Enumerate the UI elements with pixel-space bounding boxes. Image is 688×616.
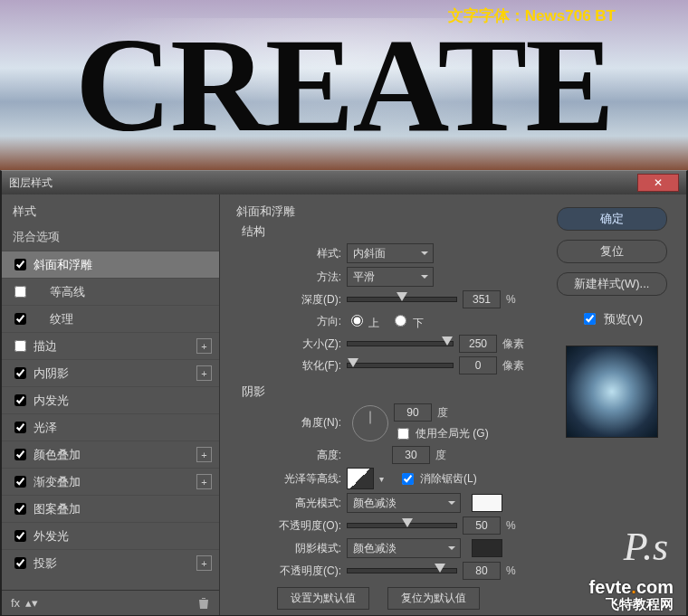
- direction-down-radio[interactable]: 下: [390, 312, 423, 331]
- style-row[interactable]: 图案叠加: [2, 495, 219, 522]
- reset-default-button[interactable]: 复位为默认值: [387, 587, 480, 610]
- size-slider[interactable]: [347, 341, 454, 346]
- anti-alias-checkbox[interactable]: 消除锯齿(L): [398, 470, 477, 488]
- style-checkbox[interactable]: [14, 530, 26, 542]
- style-label: 光泽: [33, 420, 57, 436]
- add-effect-icon[interactable]: +: [196, 447, 212, 462]
- style-checkbox[interactable]: [14, 557, 26, 569]
- style-label: 内发光: [33, 393, 69, 409]
- reset-button[interactable]: 复位: [557, 240, 667, 263]
- soften-label: 软化(F):: [233, 358, 341, 374]
- ok-button[interactable]: 确定: [557, 207, 667, 231]
- shadow-color-swatch[interactable]: [472, 539, 502, 557]
- gloss-contour-picker[interactable]: [347, 468, 374, 489]
- style-row[interactable]: 投影+: [2, 549, 219, 576]
- shadow-opacity-label: 不透明度(C):: [233, 564, 341, 579]
- style-checkbox[interactable]: [14, 394, 26, 406]
- style-label: 图案叠加: [33, 501, 81, 517]
- size-input[interactable]: 250: [459, 335, 497, 353]
- angle-unit: 度: [437, 405, 455, 421]
- style-label: 等高线: [50, 284, 85, 300]
- style-row[interactable]: 斜面和浮雕: [2, 251, 219, 278]
- add-effect-icon[interactable]: +: [196, 555, 212, 571]
- global-light-checkbox[interactable]: 使用全局光 (G): [394, 425, 489, 442]
- soften-unit: 像素: [502, 358, 524, 374]
- size-unit: 像素: [502, 336, 524, 352]
- canvas-preview: CREATE 文字字体：News706 BT: [0, 0, 688, 170]
- font-annotation: 文字字体：News706 BT: [448, 5, 616, 26]
- method-dropdown[interactable]: 平滑: [347, 267, 434, 287]
- style-label: 内阴影: [33, 365, 69, 382]
- style-checkbox[interactable]: [14, 503, 26, 515]
- add-effect-icon[interactable]: +: [196, 365, 212, 381]
- style-checkbox[interactable]: [14, 340, 26, 352]
- soften-input[interactable]: 0: [459, 356, 497, 374]
- style-row[interactable]: 描边+: [2, 332, 219, 359]
- style-checkbox[interactable]: [14, 476, 26, 488]
- style-row[interactable]: 外发光: [2, 522, 219, 549]
- add-effect-icon[interactable]: +: [196, 338, 212, 354]
- highlight-opacity-label: 不透明度(O):: [233, 518, 341, 534]
- add-effect-icon[interactable]: +: [196, 474, 212, 489]
- style-label: 外发光: [33, 528, 69, 545]
- angle-input[interactable]: 90: [394, 403, 432, 422]
- style-checkbox[interactable]: [14, 259, 26, 270]
- section-shading-title: 阴影: [242, 384, 524, 400]
- chevron-updown-icon[interactable]: ▴▾: [25, 596, 38, 610]
- highlight-mode-dropdown[interactable]: 颜色减淡: [347, 493, 461, 513]
- styles-header[interactable]: 样式: [2, 194, 219, 225]
- highlight-color-swatch[interactable]: [472, 494, 502, 512]
- shadow-mode-label: 阴影模式:: [233, 541, 341, 556]
- style-row[interactable]: 纹理: [2, 305, 219, 332]
- style-row[interactable]: 光泽: [2, 413, 219, 441]
- style-label: 斜面和浮雕: [33, 257, 92, 273]
- angle-label: 角度(N):: [233, 415, 341, 431]
- style-label: 渐变叠加: [33, 474, 81, 490]
- style-checkbox[interactable]: [14, 422, 26, 433]
- shadow-opacity-slider[interactable]: [347, 568, 457, 573]
- shadow-mode-dropdown[interactable]: 颜色减淡: [347, 538, 461, 558]
- style-checkbox[interactable]: [14, 367, 26, 379]
- style-label: 样式:: [233, 246, 341, 261]
- highlight-opacity-unit: %: [506, 519, 524, 532]
- blending-options[interactable]: 混合选项: [2, 225, 219, 251]
- preview-checkbox[interactable]: 预览(V): [580, 310, 643, 327]
- soften-slider[interactable]: [347, 363, 454, 368]
- style-row[interactable]: 等高线: [2, 278, 219, 305]
- style-row[interactable]: 渐变叠加+: [2, 468, 219, 495]
- style-row[interactable]: 内发光: [2, 386, 219, 413]
- dialog-title: 图层样式: [9, 175, 637, 191]
- close-button[interactable]: ✕: [637, 174, 679, 192]
- style-row[interactable]: 颜色叠加+: [2, 441, 219, 468]
- angle-dial[interactable]: [352, 405, 388, 441]
- highlight-opacity-input[interactable]: 50: [463, 516, 501, 535]
- style-checkbox[interactable]: [14, 449, 26, 460]
- depth-input[interactable]: 351: [463, 290, 501, 308]
- highlight-mode-label: 高光模式:: [233, 496, 341, 511]
- fx-icon[interactable]: fx: [11, 596, 20, 610]
- trash-icon[interactable]: [197, 597, 210, 610]
- title-bar[interactable]: 图层样式 ✕: [2, 171, 686, 194]
- style-checkbox[interactable]: [14, 286, 26, 298]
- styles-panel: 样式 混合选项 斜面和浮雕等高线纹理描边+内阴影+内发光光泽颜色叠加+渐变叠加+…: [2, 194, 220, 615]
- contour-chevron-icon[interactable]: ▾: [379, 474, 384, 484]
- shadow-opacity-input[interactable]: 80: [463, 562, 501, 580]
- altitude-input[interactable]: 30: [392, 446, 430, 464]
- style-label: 投影: [33, 555, 57, 572]
- style-label: 描边: [33, 338, 57, 355]
- style-row[interactable]: 内阴影+: [2, 359, 219, 386]
- style-dropdown[interactable]: 内斜面: [347, 243, 434, 263]
- style-label: 纹理: [50, 311, 73, 327]
- altitude-unit: 度: [435, 448, 454, 463]
- gloss-contour-label: 光泽等高线:: [233, 471, 341, 487]
- new-style-button[interactable]: 新建样式(W)...: [557, 272, 667, 296]
- make-default-button[interactable]: 设置为默认值: [277, 587, 369, 610]
- depth-slider[interactable]: [347, 297, 457, 302]
- method-label: 方法:: [233, 270, 341, 285]
- section-bevel-title: 斜面和浮雕: [236, 204, 524, 220]
- direction-label: 方向:: [233, 314, 341, 329]
- style-checkbox[interactable]: [14, 313, 26, 325]
- highlight-opacity-slider[interactable]: [347, 523, 457, 528]
- altitude-label: 高度:: [233, 448, 341, 463]
- direction-up-radio[interactable]: 上: [347, 312, 379, 331]
